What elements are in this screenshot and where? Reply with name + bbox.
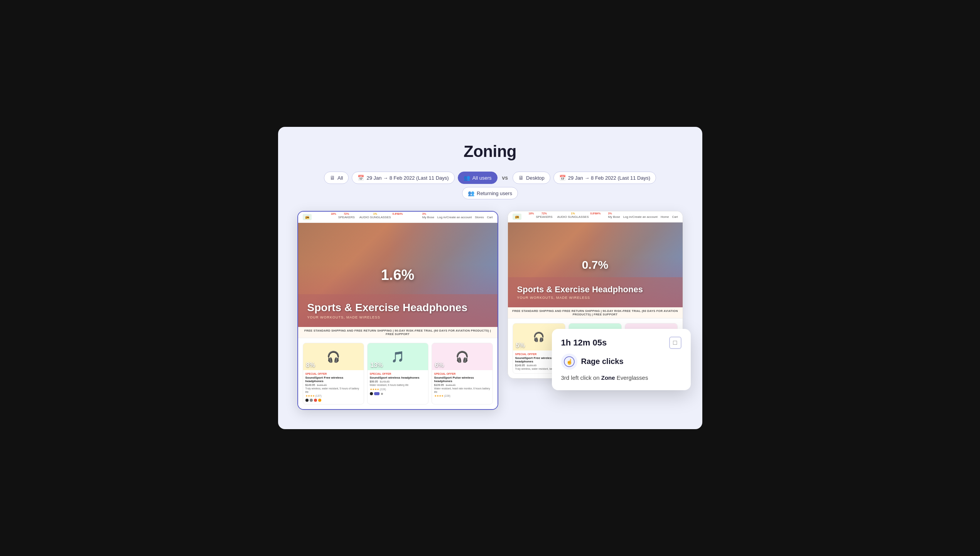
hero-right: 0.7% Sports & Exercise Headphones YOUR W… [508,222,683,307]
site-logo-left: 📻 [303,214,312,220]
product-info-3: SPECIAL OFFER SoundSport Pulse wireless … [432,370,493,400]
right-screen-wrapper: 📻 18% 72% SPEAKERS 1% AUDIO SUNGLASSES [508,211,683,378]
filter-pill-returning-users[interactable]: 👥 Returning users [462,187,518,199]
screens-row: 📻 18% 72% SPEAKERS 1% AUDIO SUNGLASSES [297,211,683,410]
filter-pill-date-right[interactable]: 📅 29 Jan → 8 Feb 2022 (Last 11 Days) [553,172,656,184]
site-actions-left: 3% My Bose Log in/Create an account Stor… [422,216,493,219]
products-row-left: 🎧 8% SPECIAL OFFER SoundSport Free wirel… [298,338,498,409]
hero-subtitle-left: YOUR WORKOUTS, MADE WIRELESS [307,315,488,319]
site-logo-right: 📻 [513,214,521,220]
product-info-1: SPECIAL OFFER SoundSport Free wireless h… [303,370,364,404]
product-pct-1: 8% [306,362,315,369]
nav-item-r3: 1% AUDIO SUNGLASSES [557,215,589,219]
checkbox-icon: ☐ [673,340,678,346]
calendar-icon-left: 📅 [358,175,364,181]
hero-left: 1.6% Sports & Exercise Headphones YOUR W… [298,223,498,327]
tooltip-description: 3rd left click on Zone Everglasses [561,374,681,382]
product-card-1: 🎧 8% SPECIAL OFFER SoundSport Free wirel… [303,343,364,404]
hero-subtitle-right: YOUR WORKOUTS, MADE WIRELESS [517,296,673,300]
filter-pill-users-left[interactable]: 👥 All users [458,172,498,184]
site-nav-left: 18% 72% SPEAKERS 1% AUDIO SUNGLASSES 0.8… [334,216,400,219]
svg-text:☝: ☝ [566,359,573,365]
main-container: Zoning 🖥 All 📅 29 Jan → 8 Feb 2022 (Last… [278,127,702,429]
product-card-3: 🎧 6% SPECIAL OFFER SoundSport Pulse wire… [432,343,493,404]
site-nav-right: 18% 72% SPEAKERS 1% AUDIO SUNGLASSES [531,215,598,219]
shipping-bar-right: FREE STANDARD SHIPPING AND FREE RETURN S… [508,307,683,318]
tooltip-icon-box: ☐ [669,337,681,349]
product-pct-r1: 5% [516,342,525,349]
shipping-bar-left: FREE STANDARD SHIPPING AND FREE RETURN S… [298,327,498,338]
product-img-3: 🎧 6% [432,343,493,370]
tooltip-card: 1h 12m 05s ☐ ☝ Rage clicks [552,329,691,390]
rage-click-icon: ☝ [561,354,577,370]
filter-bar: 🖥 All 📅 29 Jan → 8 Feb 2022 (Last 11 Day… [297,172,683,199]
tooltip-header: 1h 12m 05s ☐ [561,337,681,349]
hero-title-right: Sports & Exercise Headphones [517,285,673,294]
hero-text-right: Sports & Exercise Headphones YOUR WORKOU… [508,277,683,307]
product-info-2: SPECIAL OFFER SoundSport wireless headph… [368,370,428,398]
product-img-2: 🎵 13% [368,343,428,370]
filter-pill-date-left[interactable]: 📅 29 Jan → 8 Feb 2022 (Last 11 Days) [352,172,454,184]
monitor-icon: 🖥 [330,175,335,181]
calendar-icon-right: 📅 [559,175,566,181]
desktop-icon: 🖥 [518,175,524,181]
hero-title-left: Sports & Exercise Headphones [307,302,488,314]
nav-item-r2: 72% SPEAKERS [536,215,553,219]
product-pct-3: 6% [435,362,444,369]
tooltip-rage-row: ☝ Rage clicks [561,354,681,370]
page-title: Zoning [297,142,683,161]
tooltip-time: 1h 12m 05s [561,338,607,348]
site-actions-right: 3% My Bose Log in/Create an account Home… [608,215,678,219]
site-header-left: 📻 18% 72% SPEAKERS 1% AUDIO SUNGLASSES [298,212,498,223]
vs-separator: vs [501,175,510,181]
filter-pill-all[interactable]: 🖥 All [324,172,349,184]
product-card-2: 🎵 13% SPECIAL OFFER SoundSport wireless … [367,343,428,404]
nav-item-2: 72% SPEAKERS [338,216,355,219]
rage-icon-svg: ☝ [564,356,575,367]
returning-users-icon: 👥 [468,190,474,196]
hero-text-left: Sports & Exercise Headphones YOUR WORKOU… [298,294,498,327]
product-img-1: 🎧 8% [303,343,364,370]
filter-pill-desktop[interactable]: 🖥 Desktop [513,172,550,184]
tooltip-rage-title: Rage clicks [581,357,624,366]
nav-item-3: 1% AUDIO SUNGLASSES [359,216,391,219]
hero-pct-left: 1.6% [381,267,415,283]
site-header-right: 📻 18% 72% SPEAKERS 1% AUDIO SUNGLASSES [508,211,683,222]
users-icon-left: 👥 [464,175,470,181]
product-pct-2: 13% [371,362,383,369]
screen-left: 📻 18% 72% SPEAKERS 1% AUDIO SUNGLASSES [297,211,498,410]
hero-pct-right: 0.7% [582,258,608,271]
